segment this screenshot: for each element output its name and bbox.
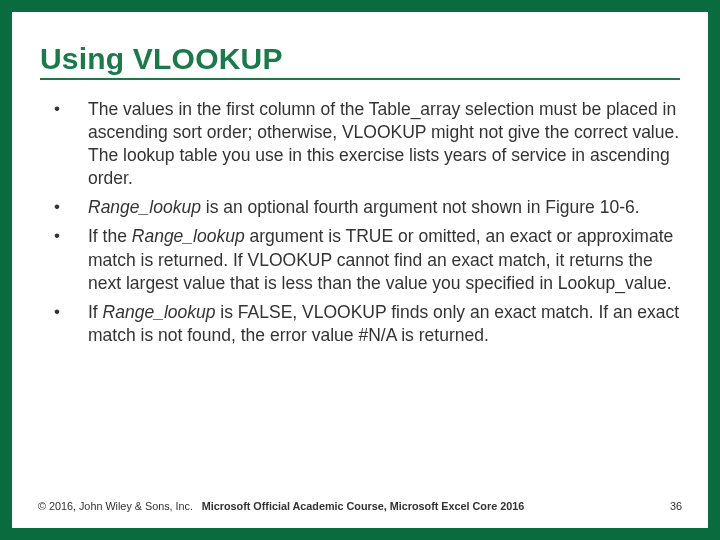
- list-item: • Range_lookup is an optional fourth arg…: [48, 196, 680, 219]
- bullet-icon: •: [48, 301, 88, 347]
- page-number: 36: [670, 500, 682, 512]
- bullet-list: • The values in the first column of the …: [40, 98, 680, 347]
- bullet-text: Range_lookup is an optional fourth argum…: [88, 196, 680, 219]
- footer-copyright: © 2016, John Wiley & Sons, Inc.: [38, 500, 193, 512]
- list-item: • The values in the first column of the …: [48, 98, 680, 190]
- bullet-text: If the Range_lookup argument is TRUE or …: [88, 225, 680, 294]
- bullet-rest: is an optional fourth argument not shown…: [201, 197, 640, 217]
- list-item: • If the Range_lookup argument is TRUE o…: [48, 225, 680, 294]
- bullet-before: If the: [88, 226, 132, 246]
- list-item: • If Range_lookup is FALSE, VLOOKUP find…: [48, 301, 680, 347]
- bullet-icon: •: [48, 196, 88, 219]
- bullet-icon: •: [48, 225, 88, 294]
- footer: © 2016, John Wiley & Sons, Inc. Microsof…: [38, 500, 682, 512]
- slide-title: Using VLOOKUP: [40, 42, 680, 80]
- italic-term: Range_lookup: [103, 302, 216, 322]
- slide: Using VLOOKUP • The values in the first …: [12, 12, 708, 528]
- bullet-text: The values in the first column of the Ta…: [88, 98, 680, 190]
- italic-term: Range_lookup: [132, 226, 245, 246]
- bullet-before: If: [88, 302, 103, 322]
- bullet-text: If Range_lookup is FALSE, VLOOKUP finds …: [88, 301, 680, 347]
- italic-term: Range_lookup: [88, 197, 201, 217]
- footer-course: Microsoft Official Academic Course, Micr…: [188, 500, 538, 512]
- bullet-icon: •: [48, 98, 88, 190]
